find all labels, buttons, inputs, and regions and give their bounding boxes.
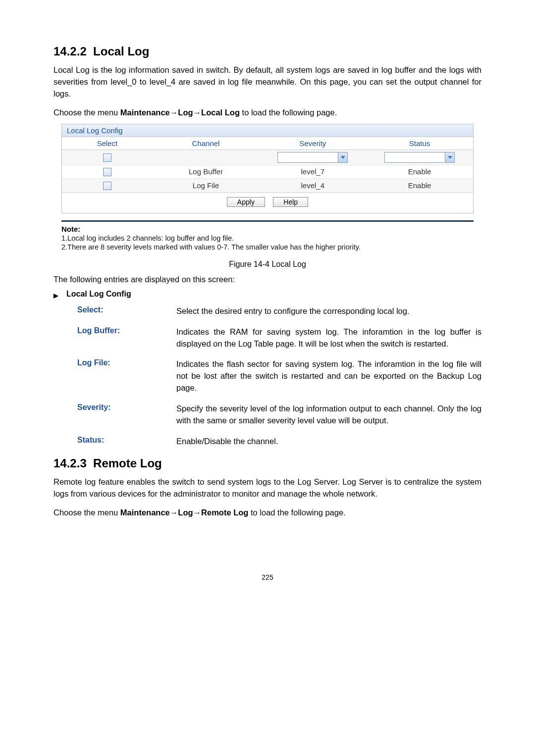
def-row-logbuffer: Log Buffer: Indicates the RAM for saving… bbox=[77, 326, 482, 350]
cell-channel-blank bbox=[153, 150, 260, 165]
def-row-select: Select: Select the desired entry to conf… bbox=[77, 305, 482, 317]
def-term: Select: bbox=[77, 305, 176, 317]
cell-severity: level_4 bbox=[259, 179, 366, 193]
def-term: Log Buffer: bbox=[77, 326, 176, 350]
def-term: Severity: bbox=[77, 403, 176, 427]
section-number: 14.2.2 bbox=[54, 45, 87, 58]
cell-status: Enable bbox=[366, 165, 473, 179]
menu-path-remote: Choose the menu Maintenance→Log→Remote L… bbox=[54, 507, 482, 519]
def-term: Log File: bbox=[77, 358, 176, 394]
triangle-bullet-icon bbox=[54, 292, 59, 301]
divider bbox=[61, 220, 474, 222]
panel-title: Local Log Config bbox=[62, 124, 473, 137]
note-title: Note: bbox=[61, 225, 474, 233]
button-row: Apply Help bbox=[62, 193, 473, 213]
def-term: Status: bbox=[77, 436, 176, 448]
menu-path-local: Choose the menu Maintenance→Log→Local Lo… bbox=[54, 107, 482, 119]
def-desc: Specify the severity level of the log in… bbox=[176, 403, 482, 427]
note-line-1: 1.Local log includes 2 channels: log buf… bbox=[61, 234, 474, 242]
severity-dropdown[interactable] bbox=[277, 152, 348, 163]
local-log-table: Select Channel Severity Status bbox=[62, 137, 473, 193]
cell-channel: Log Buffer bbox=[153, 165, 260, 179]
local-log-config-panel: Local Log Config Select Channel Severity… bbox=[61, 124, 474, 213]
table-row bbox=[62, 150, 473, 165]
def-row-logfile: Log File: Indicates the flash sector for… bbox=[77, 358, 482, 394]
section-title: Local Log bbox=[93, 45, 149, 58]
def-row-status: Status: Enable/Disable the channel. bbox=[77, 436, 482, 448]
section-heading-local-log: 14.2.2 Local Log bbox=[54, 45, 482, 58]
table-row: Log Buffer level_7 Enable bbox=[62, 165, 473, 179]
note-line-2: 2.There are 8 severity levels marked wit… bbox=[61, 243, 474, 251]
def-desc: Indicates the flash sector for saving sy… bbox=[176, 358, 482, 394]
page-number: 225 bbox=[54, 573, 482, 581]
config-bullet: Local Log Config bbox=[54, 290, 482, 301]
th-severity: Severity bbox=[259, 137, 366, 150]
row-checkbox[interactable] bbox=[103, 182, 111, 190]
chevron-down-icon bbox=[338, 152, 347, 162]
def-desc: Indicates the RAM for saving system log.… bbox=[176, 326, 482, 350]
apply-button[interactable]: Apply bbox=[227, 197, 265, 207]
row-checkbox[interactable] bbox=[103, 168, 111, 176]
def-desc: Enable/Disable the channel. bbox=[176, 436, 482, 448]
section-title: Remote Log bbox=[93, 456, 162, 470]
chevron-down-icon bbox=[445, 152, 454, 162]
select-all-checkbox[interactable] bbox=[103, 153, 111, 162]
section-number: 14.2.3 bbox=[54, 456, 87, 470]
figure-caption: Figure 14-4 Local Log bbox=[54, 260, 482, 269]
help-button[interactable]: Help bbox=[273, 197, 308, 207]
cell-status: Enable bbox=[366, 179, 473, 193]
section-heading-remote-log: 14.2.3 Remote Log bbox=[54, 456, 482, 470]
th-status: Status bbox=[366, 137, 473, 150]
table-row: Log File level_4 Enable bbox=[62, 179, 473, 193]
cell-channel: Log File bbox=[153, 179, 260, 193]
cell-severity: level_7 bbox=[259, 165, 366, 179]
def-row-severity: Severity: Specify the severity level of … bbox=[77, 403, 482, 427]
status-dropdown[interactable] bbox=[384, 152, 455, 163]
note-block: Note: 1.Local log includes 2 channels: l… bbox=[61, 225, 474, 251]
remote-log-intro: Remote log feature enables the switch to… bbox=[54, 476, 482, 500]
def-desc: Select the desired entry to configure th… bbox=[176, 305, 482, 317]
th-channel: Channel bbox=[153, 137, 260, 150]
definition-list: Select: Select the desired entry to conf… bbox=[77, 305, 482, 448]
th-select: Select bbox=[62, 137, 153, 150]
entries-intro: The following entries are displayed on t… bbox=[54, 274, 482, 286]
config-heading: Local Log Config bbox=[66, 290, 131, 299]
local-log-intro: Local Log is the log information saved i… bbox=[54, 64, 482, 100]
